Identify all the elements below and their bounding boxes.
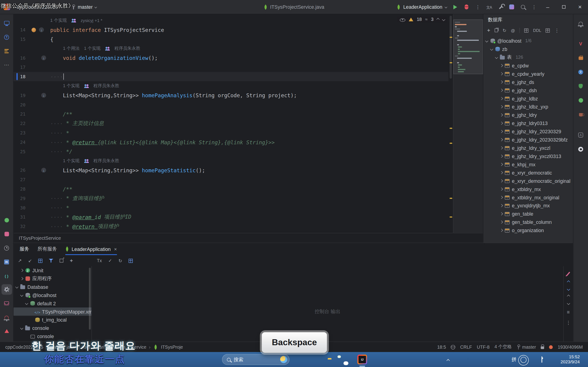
code-vision-hint[interactable]: 1 个实现程序员朱永胜 xyxy=(14,81,449,91)
table-view-icon[interactable] xyxy=(524,28,528,32)
scroll-bottom-icon[interactable] xyxy=(567,302,570,305)
ime-indicator[interactable]: 拼 xyxy=(511,356,516,363)
mail-feedback-icon[interactable] xyxy=(1,298,12,309)
expand-chevron-icon[interactable] xyxy=(500,122,503,125)
expand-chevron-icon[interactable] xyxy=(500,163,503,166)
implemented-marker-icon[interactable]: ↓ xyxy=(41,56,46,60)
expand-chevron-icon[interactable] xyxy=(500,146,503,150)
properties-icon[interactable] xyxy=(546,28,550,32)
expand-chevron-icon[interactable] xyxy=(485,39,488,42)
help-icon[interactable] xyxy=(1,32,12,42)
scroll-up-left-icon[interactable]: ↗ xyxy=(18,259,22,263)
service-tree-row[interactable]: default 2 xyxy=(14,299,92,307)
code-line[interactable]: 22···· * 主页统计信息 xyxy=(14,119,449,128)
database-tree-row[interactable]: e_cpdw_yearly xyxy=(483,70,573,78)
duplicate-icon[interactable] xyxy=(495,28,498,32)
expand-chevron-icon[interactable] xyxy=(20,294,23,297)
new-datasource-icon[interactable] xyxy=(487,27,490,33)
expand-chevron-icon[interactable] xyxy=(20,269,23,272)
toolbox-plugin-icon[interactable] xyxy=(575,52,586,63)
expand-chevron-icon[interactable] xyxy=(500,229,503,232)
expand-chevron-icon[interactable] xyxy=(500,212,503,215)
indent-setting[interactable]: 4 个空格 xyxy=(494,344,512,350)
prev-problem-icon[interactable] xyxy=(436,18,440,21)
service-tree-row[interactable]: @localhost xyxy=(14,291,92,299)
structure-icon[interactable] xyxy=(1,270,12,281)
inspection-widget[interactable]: 18 3 xyxy=(398,16,447,23)
notification-bell-icon[interactable] xyxy=(575,18,586,28)
annotation-marker-icon[interactable] xyxy=(32,27,36,32)
ai-assistant-icon[interactable] xyxy=(575,130,586,140)
database-tree-row[interactable]: e_cpdw xyxy=(483,61,573,70)
implemented-marker-icon[interactable]: ↓ xyxy=(39,27,44,32)
scroll-down-left-icon[interactable]: ↙ xyxy=(28,259,32,263)
soft-wrap-icon[interactable] xyxy=(567,309,570,315)
database-tree-row[interactable]: e_jghz_ldry_20230329bfz xyxy=(483,135,573,144)
code-line[interactable]: 31···· * @param id 项目维护ID xyxy=(14,212,449,222)
expand-chevron-icon[interactable] xyxy=(490,48,493,51)
code-vision-hint[interactable]: 1 个实现zysicyj +1 * xyxy=(14,16,449,25)
security-shield-icon[interactable] xyxy=(575,81,586,92)
code-line[interactable]: 14↓public interface ITSysProjectService xyxy=(14,25,449,34)
database-tree-row[interactable]: e_khpj_mx xyxy=(483,160,573,169)
editor-scrollbar[interactable] xyxy=(449,14,453,233)
code-line[interactable]: 24···· * @return {@link List}<{@link Map… xyxy=(14,137,449,147)
expand-chevron-icon[interactable] xyxy=(500,72,503,75)
close-button[interactable] xyxy=(572,0,588,14)
tab-all-services[interactable]: 所有服务 xyxy=(37,243,57,255)
run-button[interactable] xyxy=(450,1,461,13)
database-tree-row[interactable]: e_xryr_democratic xyxy=(483,169,573,177)
more-run-options-icon[interactable] xyxy=(472,1,484,13)
edit-icon[interactable] xyxy=(566,272,570,276)
weak-warning-count[interactable]: 3 xyxy=(431,17,433,22)
code-line[interactable]: 17 xyxy=(14,63,449,72)
github-icon[interactable] xyxy=(575,144,586,154)
service-tree-row[interactable]: 应用程序 xyxy=(14,275,92,283)
leetcode-plugin-icon[interactable] xyxy=(1,46,12,56)
expand-chevron-icon[interactable] xyxy=(500,220,503,224)
expand-chevron-icon[interactable] xyxy=(500,204,503,207)
code-line[interactable]: 29···· * 查询项目维护 xyxy=(14,194,449,203)
database-tree-row[interactable]: 表126 xyxy=(483,53,573,61)
minimize-button[interactable] xyxy=(540,0,556,14)
code-line[interactable]: 32···· * @return 项目维护 xyxy=(14,222,449,231)
expand-chevron-icon[interactable] xyxy=(500,171,503,174)
expand-chevron-icon[interactable] xyxy=(500,130,503,133)
ddl-button[interactable]: DDL xyxy=(533,28,541,33)
database-tree-row[interactable]: e_jghz_ldry_yxczl0313 xyxy=(483,152,573,160)
search-everywhere-icon[interactable] xyxy=(517,1,528,13)
open-in-editor-icon[interactable] xyxy=(60,259,63,262)
database-tree-row[interactable]: e_jghz_ldry0313 xyxy=(483,119,573,127)
service-tree-row[interactable]: JUnit xyxy=(14,266,92,275)
db-more-icon[interactable] xyxy=(554,27,559,33)
build-tools-icon[interactable] xyxy=(494,1,506,13)
database-tree-row[interactable]: e_jghz_ds xyxy=(483,78,573,86)
scroll-top-icon[interactable] xyxy=(567,294,570,298)
tray-expand-icon[interactable] xyxy=(447,359,450,362)
clock-widget[interactable]: 15:52 2023/9/24 xyxy=(553,354,580,365)
highlight-mode-icon[interactable] xyxy=(400,17,405,22)
expand-chevron-icon[interactable] xyxy=(500,179,503,183)
database-tree-row[interactable]: e_jghz_ldry_yxczl xyxy=(483,144,573,152)
memory-indicator[interactable]: 1930/4096M xyxy=(558,344,583,350)
status-plugin-icon[interactable] xyxy=(549,345,553,349)
expand-chevron-icon[interactable] xyxy=(500,155,503,158)
expand-chevron-icon[interactable] xyxy=(500,64,503,67)
coffee-plugin-icon[interactable] xyxy=(575,109,586,120)
intellij-idea-icon[interactable] xyxy=(357,355,367,364)
caret-position[interactable]: 18:5 xyxy=(437,344,446,350)
remote-dev-icon[interactable] xyxy=(1,18,12,28)
debug-button[interactable] xyxy=(461,1,472,13)
maven-icon[interactable] xyxy=(1,257,12,267)
tree-scrollbar[interactable] xyxy=(89,268,91,329)
breadcrumb-item[interactable]: ITSysProjectService xyxy=(19,235,61,241)
expand-chevron-icon[interactable] xyxy=(500,138,503,141)
code-line[interactable]: 15{ xyxy=(14,34,449,44)
history-icon[interactable] xyxy=(1,243,12,253)
code-line[interactable]: 27 xyxy=(14,175,449,184)
services-tool-icon[interactable] xyxy=(1,284,12,295)
database-tree-row[interactable]: o_organization xyxy=(483,226,573,234)
expand-chevron-icon[interactable] xyxy=(20,277,23,280)
implemented-marker-icon[interactable]: ↓ xyxy=(41,93,46,98)
add-service-icon[interactable] xyxy=(70,258,73,264)
